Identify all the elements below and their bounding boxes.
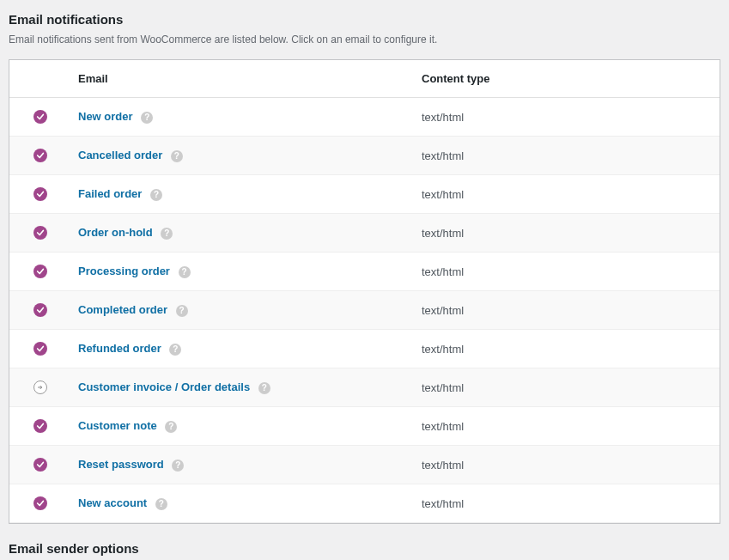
check-icon	[33, 496, 47, 510]
status-icon	[33, 187, 47, 201]
table-row: Cancelled order ? text/html	[9, 137, 720, 175]
help-icon[interactable]: ?	[161, 228, 173, 240]
status-icon	[33, 380, 47, 394]
table-row: Processing order ? text/html	[9, 253, 720, 291]
content-type-cell: text/html	[413, 368, 720, 407]
help-icon[interactable]: ?	[171, 150, 183, 162]
email-link[interactable]: Customer note	[78, 419, 157, 432]
check-icon	[33, 303, 47, 317]
table-row: Customer invoice / Order details ? text/…	[9, 368, 720, 407]
status-icon	[33, 419, 47, 433]
table-row: Completed order ? text/html	[9, 291, 720, 330]
email-link[interactable]: Customer invoice / Order details	[78, 380, 250, 393]
email-link[interactable]: New account	[78, 496, 147, 509]
email-link[interactable]: Order on-hold	[78, 226, 153, 239]
arrow-right-icon	[33, 380, 47, 394]
table-row: Reset password ? text/html	[9, 446, 720, 484]
check-icon	[33, 149, 47, 162]
email-link[interactable]: New order	[78, 110, 133, 123]
email-link[interactable]: Refunded order	[78, 342, 161, 355]
email-link[interactable]: Completed order	[78, 303, 167, 316]
email-link[interactable]: Processing order	[78, 265, 170, 277]
check-icon	[33, 419, 47, 433]
content-type-cell: text/html	[413, 291, 720, 330]
table-row: Refunded order ? text/html	[9, 330, 720, 368]
header-content-type: Content type	[413, 60, 720, 98]
content-type-cell: text/html	[413, 98, 720, 137]
help-icon[interactable]: ?	[172, 460, 184, 472]
help-icon[interactable]: ?	[165, 421, 177, 433]
status-icon	[33, 342, 47, 356]
help-icon[interactable]: ?	[150, 189, 162, 201]
check-icon	[33, 265, 47, 278]
content-type-cell: text/html	[413, 484, 720, 523]
help-icon[interactable]: ?	[141, 112, 153, 124]
table-row: New order ? text/html	[9, 98, 720, 137]
header-email: Email	[70, 60, 413, 98]
help-icon[interactable]: ?	[169, 344, 181, 356]
help-icon[interactable]: ?	[179, 266, 191, 278]
check-icon	[33, 458, 47, 472]
content-type-cell: text/html	[413, 175, 720, 214]
status-icon	[33, 265, 47, 278]
check-icon	[33, 342, 47, 356]
section-description: Email notifications sent from WooCommerc…	[9, 33, 720, 46]
section-title: Email notifications	[9, 12, 720, 27]
help-icon[interactable]: ?	[258, 382, 270, 394]
check-icon	[33, 110, 47, 124]
content-type-cell: text/html	[413, 253, 720, 291]
help-icon[interactable]: ?	[176, 305, 188, 317]
email-link[interactable]: Reset password	[78, 458, 164, 471]
sender-options-title: Email sender options	[9, 541, 720, 556]
content-type-cell: text/html	[413, 407, 720, 446]
status-icon	[33, 458, 47, 472]
header-status	[9, 60, 70, 98]
check-icon	[33, 187, 47, 201]
status-icon	[33, 496, 47, 510]
table-row: Order on-hold ? text/html	[9, 214, 720, 253]
content-type-cell: text/html	[413, 137, 720, 175]
table-row: Customer note ? text/html	[9, 407, 720, 446]
content-type-cell: text/html	[413, 214, 720, 253]
status-icon	[33, 110, 47, 124]
email-link[interactable]: Failed order	[78, 187, 142, 200]
table-row: Failed order ? text/html	[9, 175, 720, 214]
table-row: New account ? text/html	[9, 484, 720, 523]
status-icon	[33, 149, 47, 162]
check-icon	[33, 226, 47, 240]
status-icon	[33, 303, 47, 317]
status-icon	[33, 226, 47, 240]
email-link[interactable]: Cancelled order	[78, 149, 162, 161]
content-type-cell: text/html	[413, 446, 720, 484]
email-notifications-table: Email Content type New order ? text/html…	[9, 59, 720, 524]
help-icon[interactable]: ?	[155, 498, 167, 510]
content-type-cell: text/html	[413, 330, 720, 368]
